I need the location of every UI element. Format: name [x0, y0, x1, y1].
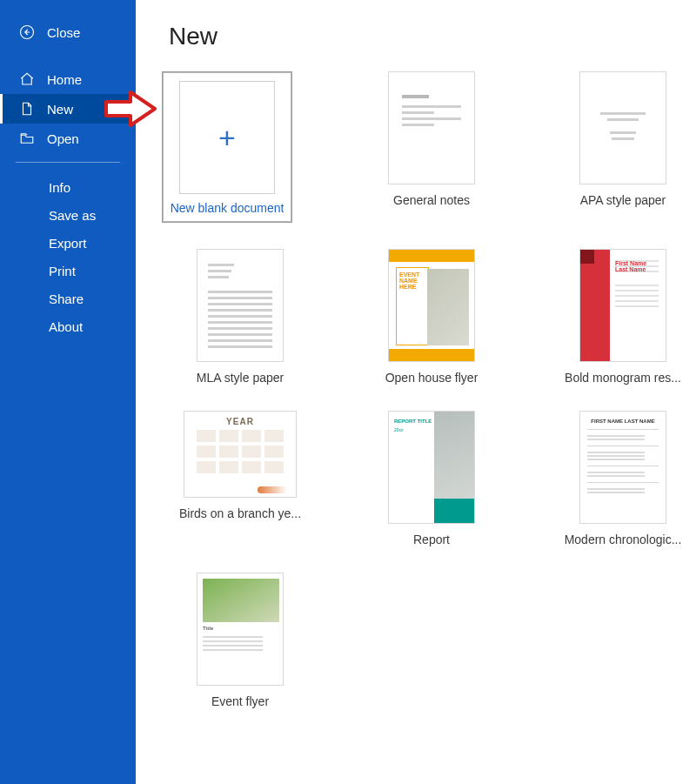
template-label: Modern chronologic... — [565, 533, 682, 546]
sidebar-item-label: Export — [49, 236, 86, 251]
template-birds-branch-calendar[interactable]: YEAR Birds on a branch ye... — [162, 411, 318, 546]
template-open-house-flyer[interactable]: EVENT NAME HERE Open house flyer — [353, 249, 510, 385]
sidebar-item-label: Open — [47, 131, 79, 146]
template-mla-paper[interactable]: MLA style paper — [162, 249, 318, 385]
plus-icon: + — [218, 121, 236, 155]
template-thumbnail: First Name Last Name — [579, 249, 666, 362]
sidebar-item-label: New — [47, 102, 73, 117]
template-label: Report — [413, 533, 450, 546]
page-title: New — [169, 23, 679, 50]
document-icon — [19, 101, 35, 117]
template-modern-chronological-resume[interactable]: FIRST NAME LAST NAME Modern chronologic.… — [545, 411, 696, 546]
sidebar-item-label: Home — [47, 72, 82, 87]
template-thumbnail: YEAR — [184, 411, 297, 498]
template-apa-paper[interactable]: APA style paper — [545, 71, 696, 223]
template-thumbnail — [579, 71, 666, 184]
sidebar-item-label: About — [49, 319, 83, 334]
sidebar-item-new[interactable]: New — [0, 94, 136, 124]
backstage-sidebar: Close Home New Open Info Save as Export … — [0, 0, 136, 784]
sidebar-item-label: Info — [49, 180, 70, 195]
template-thumbnail — [197, 249, 284, 362]
template-general-notes[interactable]: General notes — [353, 71, 510, 223]
sidebar-item-about[interactable]: About — [0, 312, 136, 340]
sidebar-item-export[interactable]: Export — [0, 229, 136, 257]
sidebar-item-share[interactable]: Share — [0, 285, 136, 312]
sidebar-item-print[interactable]: Print — [0, 257, 136, 285]
thumb-text: EVENT NAME HERE — [397, 268, 428, 293]
thumb-text: REPORT TITLE — [394, 419, 432, 424]
template-gallery: + New blank document General notes — [162, 71, 679, 708]
template-thumbnail: REPORT TITLE 20xx — [388, 411, 475, 524]
sidebar-item-label: Save as — [49, 208, 96, 223]
template-thumbnail: Title — [197, 573, 284, 686]
sidebar-item-label: Share — [49, 291, 84, 306]
main-content: New + New blank document General notes — [136, 0, 696, 784]
template-label: Event flyer — [211, 694, 269, 708]
template-thumbnail: + — [179, 81, 275, 194]
sidebar-item-saveas[interactable]: Save as — [0, 201, 136, 229]
sidebar-item-open[interactable]: Open — [0, 124, 136, 153]
template-event-flyer[interactable]: Title Event flyer — [162, 573, 318, 708]
template-label: Open house flyer — [385, 371, 478, 385]
template-label: APA style paper — [580, 193, 666, 207]
thumb-text: First Name Last Name — [615, 260, 659, 262]
sidebar-item-home[interactable]: Home — [0, 64, 136, 94]
template-report[interactable]: REPORT TITLE 20xx Report — [353, 411, 510, 546]
sidebar-divider — [16, 162, 120, 163]
template-label: Birds on a branch ye... — [179, 506, 301, 520]
template-thumbnail: FIRST NAME LAST NAME — [579, 411, 666, 524]
folder-open-icon — [19, 131, 35, 146]
thumb-text: 20xx — [394, 427, 404, 432]
template-bold-monogram-resume[interactable]: First Name Last Name Bold monogram res..… — [545, 249, 696, 385]
thumb-text: Title — [203, 626, 278, 631]
template-blank-document[interactable]: + New blank document — [162, 71, 292, 223]
close-button[interactable]: Close — [0, 17, 136, 47]
back-arrow-icon — [19, 24, 35, 40]
template-label: General notes — [393, 193, 470, 207]
template-label: New blank document — [171, 201, 284, 215]
template-label: MLA style paper — [197, 371, 284, 385]
home-icon — [19, 71, 35, 87]
template-thumbnail — [388, 71, 475, 184]
thumb-text: YEAR — [184, 417, 296, 426]
sidebar-item-info[interactable]: Info — [0, 173, 136, 201]
template-label: Bold monogram res... — [565, 371, 681, 385]
sidebar-item-label: Print — [49, 264, 76, 278]
close-label: Close — [47, 25, 80, 40]
template-thumbnail: EVENT NAME HERE — [388, 249, 475, 362]
thumb-text: FIRST NAME LAST NAME — [587, 419, 659, 424]
